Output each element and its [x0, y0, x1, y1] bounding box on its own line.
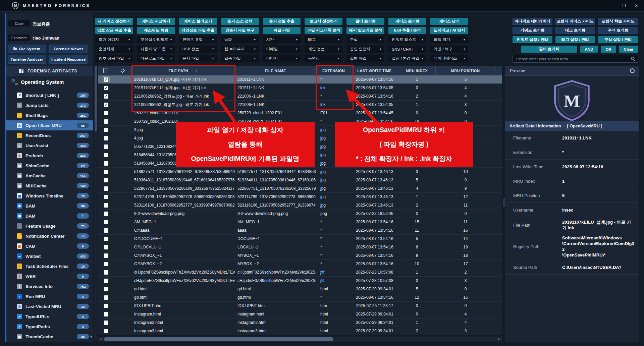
close-button[interactable]: ✕ [631, 1, 641, 10]
table-row[interactable]: C:\\aaaa aaaa * 2025-08-07 13:54:16 11 1… [98, 226, 502, 235]
filter-dropdown[interactable]: 시간 ▼ [263, 36, 301, 43]
filter-dropdown[interactable]: USB 정보 ▼ [179, 46, 217, 53]
table-row[interactable]: 221006268962_외형도.jpg - 바로 가기.lnk 221006~… [98, 92, 502, 101]
filter-dropdown[interactable]: 웹 브라우저 ▼ [221, 46, 259, 53]
filter-dropdown[interactable]: 개인 정보 ▼ [305, 46, 342, 53]
scroll-left-icon[interactable]: ◄ [98, 338, 103, 341]
toolbar-button[interactable]: 파일 시그니처 분석 [305, 27, 342, 34]
row-checkbox[interactable] [104, 195, 108, 199]
filter-dropdown[interactable]: 파일 크기 ▼ [430, 36, 468, 43]
table-row[interactable]: C:\\DOCUME~1 DOCUME~1 * 2025-08-07 13:54… [98, 235, 502, 243]
toolbar-button[interactable]: 암호 잠금 파일 추출 [95, 27, 133, 34]
maximize-button[interactable]: ❐ [619, 1, 629, 10]
table-row[interactable]: 250729_cloud_1302.E01 250729_cloud_1302.… [98, 109, 502, 117]
right-toolbar-button[interactable]: 주석 설정 / 관리 [598, 36, 638, 43]
sidebar-item[interactable]: MUICache 143 [6, 181, 93, 191]
filter-dropdown[interactable]: 실행 파일 ▼ [346, 55, 384, 62]
filter-dropdown[interactable]: 문서 파일 ▼ [179, 55, 217, 62]
right-toolbar-button[interactable]: 아티팩트 네비게이터 [513, 18, 552, 25]
filter-dropdown[interactable]: 컨텐츠 유형 ▼ [179, 36, 217, 43]
toolbar-button[interactable]: 파일 카빙 [263, 27, 301, 34]
sidebar-item[interactable]: Windows Timeline 70 [6, 191, 93, 201]
row-checkbox[interactable] [104, 253, 108, 258]
table-row[interactable]: Instagram3.html Instagram3.html html 202… [98, 327, 502, 335]
column-header-file-path[interactable]: FILE PATH↑ [131, 66, 235, 75]
column-header-mru-index[interactable]: MRU INDEX [398, 66, 436, 75]
row-checkbox[interactable] [104, 119, 108, 124]
panel-splitter-handle[interactable] [503, 198, 504, 207]
row-checkbox[interactable] [104, 237, 108, 241]
filter-dropdown[interactable]: 증거 이미지 ▼ [95, 36, 133, 43]
sidebar-nav-button[interactable]: Timeline Analyzer [8, 55, 46, 64]
toolbar-button[interactable]: 딥페이크 / AI 탐지 [430, 27, 468, 34]
scroll-right-icon[interactable]: ► [496, 338, 502, 341]
table-row[interactable]: AM_MEG~1 AM_MEG~1 * 2025-08-07 13:54:16 … [98, 218, 502, 226]
row-checkbox[interactable] [104, 103, 108, 107]
filter-dropdown[interactable]: 주석 ▼ [346, 36, 384, 43]
sidebar-item[interactable]: RecentDocs 247 [6, 130, 93, 140]
filter-dropdown[interactable]: 동영상 ▼ [305, 55, 342, 62]
filter-reset-button[interactable]: 필터 초기화 [521, 46, 577, 53]
target-icon[interactable] [630, 68, 635, 73]
table-row[interactable]: 9-2-www-download-png.png 9-2-www-downloa… [98, 210, 502, 218]
row-checkbox[interactable] [104, 161, 108, 166]
row-checkbox[interactable] [104, 245, 108, 249]
and-button[interactable]: AND [580, 46, 598, 53]
toolbar-button[interactable]: 증거 소스 선택 [221, 18, 259, 25]
toolbar-button[interactable]: 케이스 닫기 [430, 18, 468, 25]
table-row[interactable]: gd.html gd.html html 2025-07-29 09:34:01… [98, 285, 502, 293]
table-row[interactable]: IDX.UPBIT.htm IDX.UPBIT.htm htm 2025-07-… [98, 302, 502, 310]
clear-button[interactable]: Clear [619, 46, 638, 53]
filter-dropdown[interactable]: 날짜 ▼ [221, 36, 259, 43]
right-toolbar-button[interactable]: 주석 초기화 [598, 27, 638, 34]
right-toolbar-button[interactable]: 포렌식 케이스 가이드 [555, 18, 595, 25]
row-checkbox[interactable] [104, 304, 108, 308]
row-checkbox[interactable] [104, 329, 108, 333]
table-row[interactable]: C:\\MYBOX_~1 MYBOX_~1 * 2025-08-07 13:54… [98, 251, 502, 260]
row-checkbox[interactable] [104, 94, 108, 99]
sidebar-item[interactable]: Services Info 762 [6, 281, 93, 291]
table-row[interactable]: 523114799_1318705052952778_8968990080503… [98, 193, 502, 201]
row-checkbox[interactable] [104, 153, 108, 157]
sidebar-scrollbar-thumb[interactable] [95, 66, 97, 131]
filter-dropdown[interactable]: 설정 / 환경 파일 ▼ [388, 55, 426, 62]
row-checkbox[interactable] [104, 128, 108, 132]
row-checkbox[interactable] [104, 295, 108, 300]
toolbar-button[interactable]: Exif 추출 / 분석 [388, 27, 426, 34]
filter-dropdown[interactable]: 운영체제 ▼ [95, 46, 133, 53]
table-row[interactable]: C:\\LOCALU~1 LOCALU~1 * 2025-08-07 13:54… [98, 243, 502, 251]
sidebar-item[interactable]: TypedURLs 3 [6, 311, 93, 322]
select-all-header[interactable] [98, 66, 114, 75]
right-toolbar-button[interactable]: 태그 설정 / 관리 [555, 36, 595, 43]
row-checkbox[interactable] [104, 312, 108, 316]
or-button[interactable]: OR [601, 46, 616, 53]
row-checkbox[interactable] [104, 145, 108, 149]
table-row[interactable]: Instagram.html Instagram.html html 2025-… [98, 310, 502, 319]
sidebar-item[interactable]: Shortcut [ LNK ] 153 [6, 90, 93, 100]
row-checkbox[interactable] [104, 77, 108, 82]
table-horizontal-scrollbar[interactable]: ◄ ► [98, 337, 502, 342]
column-header-mru-position[interactable]: MRU POSITION [436, 66, 495, 75]
sidebar-item[interactable]: CAM 6 [6, 241, 93, 251]
filter-dropdown[interactable]: 포렌식 아티팩트 ▼ [137, 36, 175, 43]
sidebar-item[interactable]: Notification Center 14 [6, 231, 93, 241]
toolbar-button[interactable]: 패스워드 복원 [137, 27, 175, 34]
sidebar-item[interactable]: DAM 1 [6, 211, 93, 221]
table-row[interactable]: cHJpdmF0ZS9sci9pbWFnZXMvd2Vic2l0ZS8yMDIz… [98, 277, 502, 285]
row-checkbox[interactable] [104, 186, 108, 191]
sidebar-nav-button[interactable]: Forensic Viewer [49, 45, 88, 53]
row-checkbox[interactable] [104, 262, 108, 266]
table-row[interactable]: 523116106_1318705062952777_9133997499798… [98, 201, 502, 210]
toolbar-button[interactable]: 케이스 초기화 [388, 18, 426, 25]
filter-dropdown[interactable]: 압축 파일 ▼ [221, 55, 259, 62]
sidebar-item[interactable]: AmCache 155 [6, 171, 93, 181]
search-input[interactable] [513, 55, 638, 63]
sidebar-item[interactable]: ShimCache 29 [6, 161, 93, 171]
toolbar-button[interactable]: 인증서 파일 복구 [221, 27, 259, 34]
row-checkbox[interactable] [104, 86, 108, 90]
toolbar-button[interactable]: 필터 초기화 [346, 18, 384, 25]
column-header-last-write-time[interactable]: LAST WRITE TIME [351, 66, 398, 75]
sidebar-item[interactable]: Shell Bags 251 [6, 110, 93, 120]
filter-dropdown[interactable]: 이메일 ▼ [263, 46, 301, 53]
table-row[interactable]: 522867751_1318705076286109_3332567875258… [98, 184, 502, 193]
